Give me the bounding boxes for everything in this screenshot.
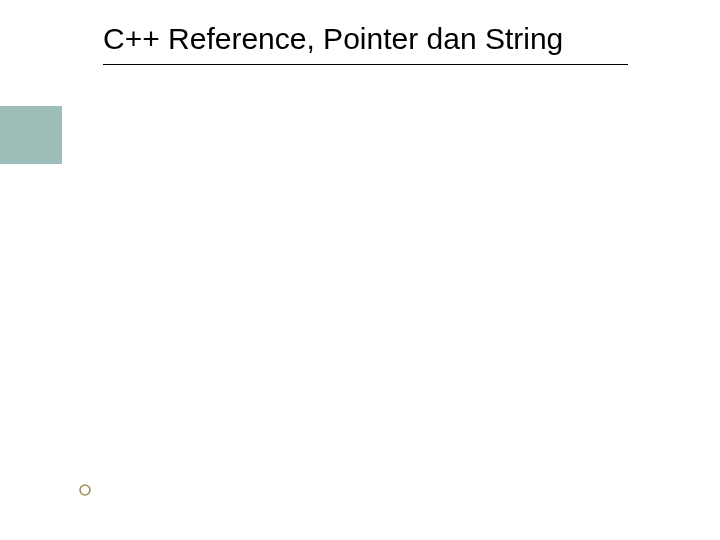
- title-underline: [103, 64, 628, 65]
- accent-square: [0, 106, 62, 164]
- svg-point-0: [80, 485, 90, 495]
- slide-title-block: C++ Reference, Pointer dan String: [103, 20, 628, 65]
- bullet-icon: [79, 484, 91, 496]
- slide-title: C++ Reference, Pointer dan String: [103, 20, 628, 58]
